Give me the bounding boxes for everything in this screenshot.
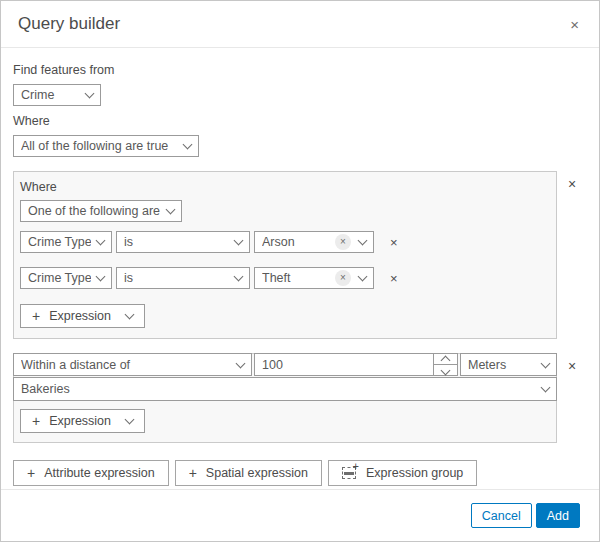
add-button[interactable]: Add [536, 503, 580, 528]
add-expression-label: Expression [49, 414, 111, 428]
distance-input[interactable] [255, 354, 457, 375]
expression-group-attribute: Where One of the following are tr… Crime… [13, 171, 557, 339]
chevron-down-icon [96, 236, 106, 246]
stepper-up-button[interactable] [434, 354, 457, 364]
attribute-expression-label: Attribute expression [44, 466, 154, 480]
chevron-down-icon [541, 358, 551, 368]
remove-group-button[interactable]: × [557, 358, 587, 374]
chevron-down-icon [234, 236, 244, 246]
group-operator-select[interactable]: One of the following are tr… [20, 200, 182, 222]
spatial-operator-value: Within a distance of [21, 358, 231, 372]
plus-icon: + [353, 460, 359, 472]
where-label: Where [13, 114, 587, 129]
chevron-down-icon [441, 365, 451, 375]
remove-value-icon[interactable]: × [335, 234, 351, 250]
spatial-expression-row: Within a distance of Meters [13, 353, 557, 376]
chevron-down-icon [85, 89, 95, 99]
operator-select[interactable]: is [116, 267, 250, 289]
field-value: Crime Type [28, 271, 91, 285]
chevron-down-icon [96, 272, 106, 282]
spatial-expression-label: Spatial expression [206, 466, 308, 480]
dialog-header: Query builder × [1, 1, 599, 48]
expression-group-icon: + [342, 467, 356, 479]
distance-stepper [254, 353, 458, 376]
operator-select[interactable]: is [116, 231, 250, 253]
add-expression-label: Expression [49, 309, 111, 323]
expression-row: Crime Type is Arson × × [20, 231, 550, 253]
value-label: Theft [262, 271, 331, 285]
find-features-label: Find features from [13, 63, 587, 78]
operator-value: is [124, 235, 229, 249]
chevron-down-icon [125, 415, 135, 425]
cancel-button[interactable]: Cancel [471, 503, 532, 528]
dialog-body: Find features from Crime Where All of th… [1, 48, 599, 486]
field-select[interactable]: Crime Type [20, 231, 112, 253]
group-operator-value: One of the following are tr… [28, 204, 161, 218]
top-operator-select[interactable]: All of the following are true [13, 135, 199, 157]
source-layer-value: Crime [21, 88, 80, 102]
top-operator-value: All of the following are true [21, 139, 178, 153]
chevron-down-icon [358, 236, 368, 246]
builder-actions: + Attribute expression + Spatial express… [13, 460, 587, 486]
spatial-operator-select[interactable]: Within a distance of [13, 353, 252, 376]
attribute-group-row: Where One of the following are tr… Crime… [13, 171, 587, 339]
field-value: Crime Type [28, 235, 91, 249]
attribute-expression-button[interactable]: + Attribute expression [13, 460, 169, 486]
chevron-down-icon [358, 272, 368, 282]
value-label: Arson [262, 235, 331, 249]
spatial-group-row: Within a distance of Meters [13, 353, 587, 443]
add-expression-button[interactable]: + Expression [20, 304, 145, 328]
chevron-down-icon [236, 358, 246, 368]
stepper-controls [433, 354, 457, 375]
remove-expression-button[interactable]: × [386, 271, 402, 286]
remove-expression-button[interactable]: × [386, 235, 402, 250]
group-where-label: Where [20, 180, 550, 195]
operator-value: is [124, 271, 229, 285]
chevron-down-icon [166, 205, 176, 215]
remove-value-icon[interactable]: × [335, 270, 351, 286]
chevron-down-icon [234, 272, 244, 282]
remove-group-button[interactable]: × [557, 176, 587, 192]
plus-icon: + [32, 309, 40, 323]
chevron-down-icon [183, 140, 193, 150]
source-layer-select[interactable]: Crime [13, 84, 101, 106]
close-icon: × [570, 16, 579, 33]
expression-group-spatial: Within a distance of Meters [13, 353, 557, 443]
plus-icon: + [32, 414, 40, 428]
stepper-down-button[interactable] [434, 364, 457, 375]
spatial-expression-button[interactable]: + Spatial expression [175, 460, 322, 486]
expression-row: Crime Type is Theft × × [20, 267, 550, 289]
units-value: Meters [468, 358, 536, 372]
plus-icon: + [189, 466, 197, 480]
value-combobox[interactable]: Theft × [254, 267, 374, 289]
units-select[interactable]: Meters [460, 353, 557, 376]
plus-icon: + [27, 466, 35, 480]
chevron-down-icon [541, 383, 551, 393]
dialog-footer: Cancel Add [1, 489, 599, 541]
expression-group-button[interactable]: + Expression group [328, 460, 477, 486]
close-button[interactable]: × [566, 15, 583, 34]
value-combobox[interactable]: Arson × [254, 231, 374, 253]
expression-group-label: Expression group [366, 466, 463, 480]
target-layer-select[interactable]: Bakeries [13, 377, 557, 401]
query-builder-dialog: Query builder × Find features from Crime… [0, 0, 600, 542]
target-layer-value: Bakeries [21, 382, 536, 396]
chevron-down-icon [125, 310, 135, 320]
page-title: Query builder [18, 14, 120, 34]
add-expression-button[interactable]: + Expression [20, 409, 145, 433]
field-select[interactable]: Crime Type [20, 267, 112, 289]
